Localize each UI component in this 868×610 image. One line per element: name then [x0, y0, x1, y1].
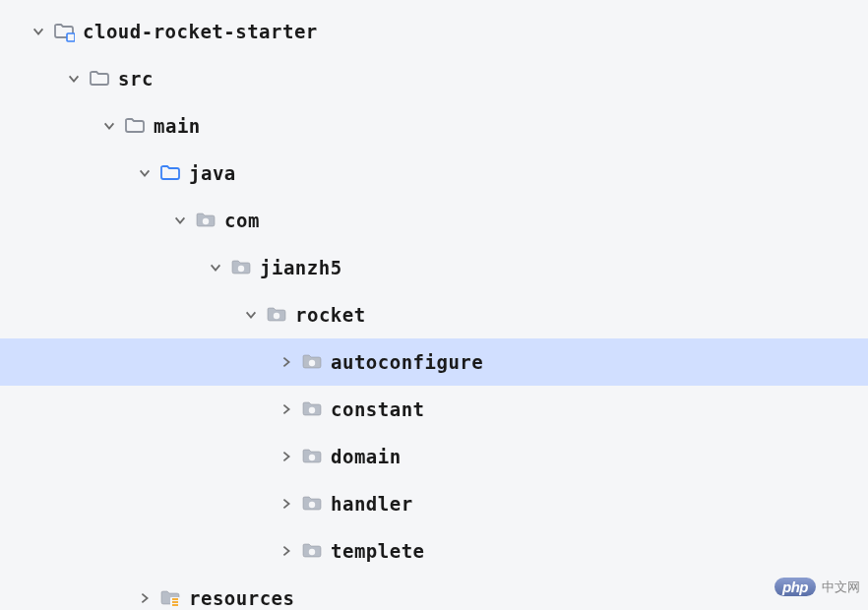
tree-row-handler[interactable]: handler [0, 480, 868, 527]
module-folder-icon [53, 21, 75, 42]
package-icon [301, 351, 323, 373]
chevron-down-icon[interactable] [171, 212, 189, 229]
tree-row-domain[interactable]: domain [0, 433, 868, 480]
chevron-down-icon[interactable] [242, 306, 260, 324]
tree-row-autoconfigure[interactable]: autoconfigure [0, 338, 868, 386]
chevron-right-icon[interactable] [278, 495, 295, 513]
tree-row-resources[interactable]: resources [0, 575, 868, 610]
tree-row-src[interactable]: src [0, 55, 868, 102]
chevron-right-icon[interactable] [278, 400, 295, 418]
tree-label: domain [331, 446, 402, 467]
package-icon [230, 257, 252, 278]
tree-label: jianzh5 [260, 257, 342, 278]
tree-row-java[interactable]: java [0, 150, 868, 197]
chevron-down-icon[interactable] [65, 70, 83, 88]
tree-label: autoconfigure [331, 351, 483, 373]
watermark: php 中文网 [775, 578, 860, 596]
resources-folder-icon [159, 587, 181, 609]
tree-label: constant [331, 398, 425, 420]
tree-label: templete [331, 540, 425, 562]
source-folder-icon [159, 162, 181, 184]
folder-icon [89, 68, 110, 90]
chevron-down-icon[interactable] [207, 259, 224, 276]
tree-row-main[interactable]: main [0, 102, 868, 150]
tree-row-jianzh5[interactable]: jianzh5 [0, 244, 868, 291]
chevron-down-icon[interactable] [30, 23, 47, 40]
chevron-right-icon[interactable] [278, 542, 295, 560]
tree-row-com[interactable]: com [0, 197, 868, 244]
tree-label: com [224, 210, 260, 231]
project-tree: cloud-rocket-starter src main java com j… [0, 0, 868, 610]
package-icon [301, 493, 323, 515]
tree-label: src [118, 68, 154, 90]
tree-row-root[interactable]: cloud-rocket-starter [0, 8, 868, 55]
tree-label: resources [189, 587, 294, 609]
tree-label: java [189, 162, 236, 184]
tree-row-rocket[interactable]: rocket [0, 291, 868, 338]
folder-icon [124, 115, 146, 137]
chevron-right-icon[interactable] [278, 353, 295, 371]
tree-row-constant[interactable]: constant [0, 386, 868, 433]
tree-label: handler [331, 493, 413, 515]
tree-row-templete[interactable]: templete [0, 527, 868, 575]
package-icon [301, 540, 323, 562]
chevron-right-icon[interactable] [136, 589, 154, 607]
package-icon [301, 446, 323, 467]
watermark-text: 中文网 [822, 579, 860, 596]
chevron-down-icon[interactable] [100, 117, 118, 135]
package-icon [195, 210, 217, 231]
php-logo: php [775, 578, 816, 596]
package-icon [266, 304, 287, 326]
tree-label: main [154, 115, 201, 137]
chevron-down-icon[interactable] [136, 164, 154, 182]
tree-label: rocket [295, 304, 366, 326]
chevron-right-icon[interactable] [278, 448, 295, 465]
tree-label: cloud-rocket-starter [83, 21, 318, 42]
package-icon [301, 398, 323, 420]
